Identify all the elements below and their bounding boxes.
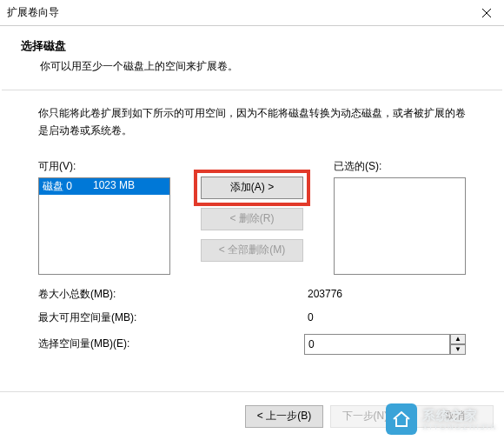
total-label: 卷大小总数(MB):: [38, 287, 304, 302]
content-area: 你只能将此卷扩展到如下所示的可用空间，因为不能将磁盘转换为动态磁盘，或者被扩展的…: [0, 90, 504, 370]
max-label: 最大可用空间量(MB):: [38, 310, 304, 325]
list-item-disk: 磁盘 0: [43, 179, 93, 194]
back-button[interactable]: < 上一步(B): [245, 405, 323, 428]
transfer-buttons: 添加(A) > < 删除(R) < 全部删除(M): [170, 159, 334, 262]
cancel-button[interactable]: 取消: [415, 405, 494, 428]
wizard-description: 你可以用至少一个磁盘上的空间来扩展卷。: [21, 54, 483, 83]
max-value: 0: [304, 311, 466, 323]
wizard-nav-bar: < 上一步(B) 下一步(N) > 取消: [0, 391, 504, 440]
select-amount-input[interactable]: [304, 334, 450, 355]
max-row: 最大可用空间量(MB): 0: [38, 310, 466, 325]
remove-button: < 删除(R): [201, 208, 303, 230]
selected-listbox[interactable]: [334, 177, 466, 275]
notice-text: 你只能将此卷扩展到如下所示的可用空间，因为不能将磁盘转换为动态磁盘，或者被扩展的…: [38, 104, 466, 140]
select-label: 选择空间量(MB)(E):: [38, 337, 304, 351]
wizard-heading: 选择磁盘: [21, 38, 483, 54]
available-label: 可用(V):: [38, 159, 170, 174]
wizard-header: 选择磁盘 你可以用至少一个磁盘上的空间来扩展卷。: [0, 26, 504, 90]
titlebar: 扩展卷向导: [0, 0, 504, 26]
spinner-down-button[interactable]: ▼: [450, 344, 466, 355]
total-value: 203776: [304, 288, 466, 300]
disk-lists-row: 可用(V): 磁盘 0 1023 MB 添加(A) > < 删除(R) < 全部…: [38, 159, 466, 275]
spinner-up-button[interactable]: ▲: [450, 334, 466, 344]
spinner-buttons: ▲ ▼: [450, 334, 466, 355]
list-item-size: 1023 MB: [93, 179, 135, 194]
add-button[interactable]: 添加(A) >: [201, 177, 303, 199]
available-column: 可用(V): 磁盘 0 1023 MB: [38, 159, 170, 275]
selected-column: 已选的(S):: [334, 159, 466, 275]
selected-label: 已选的(S):: [334, 159, 466, 174]
remove-all-button: < 全部删除(M): [201, 239, 303, 262]
total-row: 卷大小总数(MB): 203776: [38, 287, 466, 302]
window-title: 扩展卷向导: [7, 5, 469, 20]
close-button[interactable]: [469, 0, 504, 26]
available-listbox[interactable]: 磁盘 0 1023 MB: [38, 177, 170, 275]
fields-area: 卷大小总数(MB): 203776 最大可用空间量(MB): 0 选择空间量(M…: [38, 287, 466, 355]
close-icon: [481, 8, 492, 18]
select-row: 选择空间量(MB)(E): ▲ ▼: [38, 334, 466, 355]
select-spinner: ▲ ▼: [304, 334, 466, 355]
next-button[interactable]: 下一步(N) >: [330, 405, 408, 428]
list-item[interactable]: 磁盘 0 1023 MB: [39, 178, 169, 195]
